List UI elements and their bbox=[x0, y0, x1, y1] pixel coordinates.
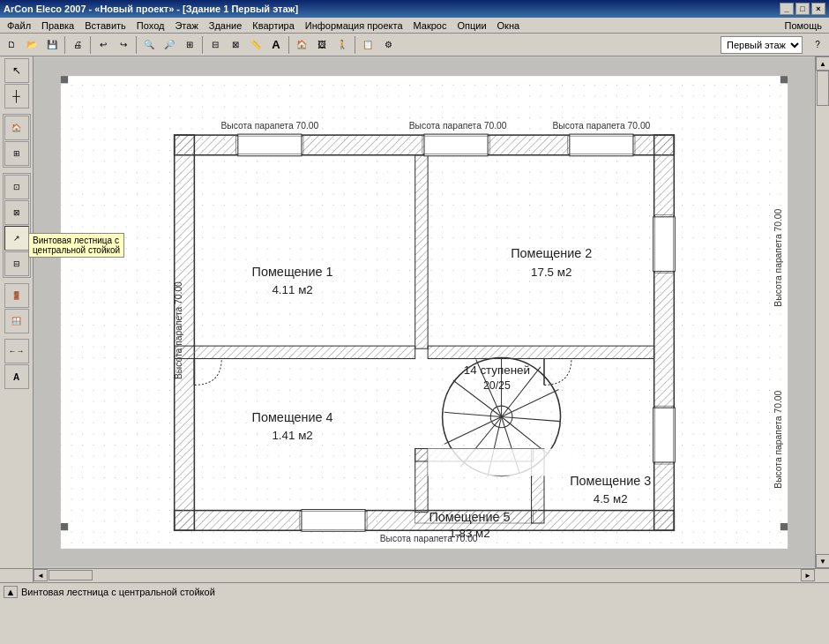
svg-rect-18 bbox=[424, 134, 488, 156]
new-button[interactable]: 🗋 bbox=[2, 35, 21, 55]
room2-name: Помещение 2 bbox=[511, 246, 592, 260]
vertical-scrollbar: ▲ ▼ bbox=[815, 56, 829, 568]
separator1 bbox=[64, 36, 65, 54]
title-bar: ArCon Eleco 2007 - «Новый проект» - [Зда… bbox=[0, 0, 829, 18]
view3d-button[interactable]: 🏠 bbox=[292, 35, 311, 55]
dim-top1: Высота парапета 70.00 bbox=[220, 121, 318, 131]
menu-apartment[interactable]: Квартира bbox=[247, 19, 300, 32]
room4-area: 1.41 м2 bbox=[272, 429, 312, 442]
room-tool2[interactable]: ⊞ bbox=[4, 141, 29, 166]
separator5 bbox=[288, 36, 289, 54]
dim-left: Высота парапета 70.00 bbox=[174, 281, 183, 379]
menu-file[interactable]: Файл bbox=[2, 19, 36, 32]
select-tool[interactable]: ↖ bbox=[4, 58, 29, 83]
room2-area: 17.5 м2 bbox=[531, 266, 571, 279]
svg-rect-9 bbox=[415, 155, 428, 348]
menu-help[interactable]: Помощь bbox=[780, 19, 828, 32]
save-button[interactable]: 💾 bbox=[42, 35, 62, 55]
svg-rect-10 bbox=[175, 346, 415, 358]
text-button[interactable]: A bbox=[266, 35, 286, 55]
scroll-down-button[interactable]: ▼ bbox=[816, 554, 829, 568]
menu-macro[interactable]: Макрос bbox=[408, 19, 452, 32]
svg-rect-26 bbox=[302, 510, 365, 532]
room-tool1[interactable]: 🏠 bbox=[4, 116, 29, 140]
menu-edit[interactable]: Правка bbox=[36, 19, 79, 32]
scroll-left-button[interactable]: ◄ bbox=[34, 569, 48, 581]
svg-rect-16 bbox=[238, 134, 302, 156]
svg-rect-44 bbox=[780, 76, 788, 83]
prop-button[interactable]: ⚙ bbox=[378, 35, 398, 55]
zoom-fit-button[interactable]: ⊞ bbox=[180, 35, 199, 55]
title-text: ArCon Eleco 2007 - «Новый проект» - [Зда… bbox=[4, 4, 780, 14]
left-toolbar: ↖ ┼ 🏠 ⊞ ⊡ ⊠ ↗ ⊟ 🚪 🪟 ←→ A Винтовая лестни… bbox=[0, 56, 34, 568]
menu-insert[interactable]: Вставить bbox=[79, 19, 131, 32]
undo-button[interactable]: ↩ bbox=[93, 35, 113, 55]
maximize-button[interactable]: □ bbox=[795, 3, 810, 15]
separator6 bbox=[355, 36, 355, 54]
stair-tool3[interactable]: ↗ bbox=[4, 226, 29, 251]
svg-rect-22 bbox=[653, 217, 676, 272]
dim-top3: Высота парапета 70.00 bbox=[552, 121, 650, 131]
zoom-in-button[interactable]: 🔍 bbox=[139, 35, 159, 55]
stair-tool1[interactable]: ⊡ bbox=[4, 175, 29, 199]
toolbar-row1: 🗋 📂 💾 🖨 ↩ ↪ 🔍 🔎 ⊞ ⊟ ⊠ 📏 A 🏠 🖼 🚶 📋 ⚙ Перв… bbox=[0, 34, 829, 56]
floor-selector[interactable]: Первый этаж bbox=[721, 36, 803, 54]
h-scrollbar-row: ◄ ► bbox=[0, 568, 829, 582]
canvas-area[interactable]: Высота парапета 70.00 Высота парапета 70… bbox=[34, 56, 815, 568]
print-button[interactable]: 🖨 bbox=[68, 35, 87, 55]
window-tool[interactable]: 🪟 bbox=[4, 309, 29, 333]
help-icon[interactable]: ? bbox=[808, 35, 827, 55]
minimize-button[interactable]: _ bbox=[780, 3, 794, 15]
dimension-tool[interactable]: ←→ bbox=[4, 339, 29, 363]
room4-name: Помещение 4 bbox=[252, 410, 333, 424]
snap-button[interactable]: ⊠ bbox=[226, 35, 245, 55]
stairs-sublabel: 20/25 bbox=[483, 379, 511, 392]
scroll-thumb[interactable] bbox=[817, 71, 829, 106]
scroll-up-button[interactable]: ▲ bbox=[816, 56, 829, 71]
menu-options[interactable]: Опции bbox=[452, 19, 491, 32]
close-button[interactable]: × bbox=[811, 3, 825, 15]
room1-name: Помещение 1 bbox=[252, 265, 333, 279]
menu-floor[interactable]: Этаж bbox=[169, 19, 203, 32]
door-tool[interactable]: 🚪 bbox=[4, 283, 29, 308]
dim-right1: Высота парапета 70.00 bbox=[773, 208, 783, 306]
stair-tools-group: ⊡ ⊠ ↗ ⊟ bbox=[3, 173, 31, 278]
menu-windows[interactable]: Окна bbox=[492, 19, 526, 32]
room5-name: Помещение 5 bbox=[429, 510, 511, 524]
svg-rect-42 bbox=[428, 449, 582, 476]
svg-rect-20 bbox=[570, 134, 633, 156]
grid-button[interactable]: ⊟ bbox=[205, 35, 225, 55]
corner-fill bbox=[815, 569, 829, 582]
h-scroll-thumb[interactable] bbox=[49, 570, 93, 580]
redo-button[interactable]: ↪ bbox=[114, 35, 133, 55]
svg-rect-46 bbox=[780, 523, 788, 530]
zoom-out-button[interactable]: 🔎 bbox=[160, 35, 179, 55]
title-buttons[interactable]: _ □ × bbox=[780, 3, 825, 15]
room5-area: 1.83 м2 bbox=[449, 527, 489, 540]
menu-view[interactable]: Поход bbox=[131, 19, 170, 32]
corner-pad bbox=[0, 569, 34, 582]
render-button[interactable]: 🖼 bbox=[312, 35, 332, 55]
measure-button[interactable]: 📏 bbox=[246, 35, 265, 55]
open-button[interactable]: 📂 bbox=[22, 35, 41, 55]
status-text: Винтовая лестница с центральной стойкой bbox=[21, 587, 215, 597]
room3-area: 4.5 м2 bbox=[594, 492, 628, 505]
menu-bar: Файл Правка Вставить Поход Этаж Здание К… bbox=[0, 18, 829, 34]
text-tool[interactable]: A bbox=[4, 364, 29, 389]
dim-right2: Высота парапета 70.00 bbox=[773, 391, 783, 489]
separator4 bbox=[202, 36, 203, 54]
status-icon[interactable]: ▲ bbox=[4, 586, 18, 598]
h-scroll-track[interactable] bbox=[48, 569, 801, 581]
menu-building[interactable]: Здание bbox=[204, 19, 248, 32]
walk-button[interactable]: 🚶 bbox=[332, 35, 352, 55]
layer-button[interactable]: 📋 bbox=[358, 35, 377, 55]
wall-tool[interactable]: ┼ bbox=[4, 84, 29, 109]
main-layout: ↖ ┼ 🏠 ⊞ ⊡ ⊠ ↗ ⊟ 🚪 🪟 ←→ A Винтовая лестни… bbox=[0, 56, 829, 568]
scroll-right-button[interactable]: ► bbox=[801, 569, 815, 581]
stair-tool4[interactable]: ⊟ bbox=[4, 251, 29, 276]
svg-rect-45 bbox=[61, 523, 68, 530]
menu-info[interactable]: Информация проекта bbox=[300, 19, 408, 32]
status-bar: ▲ Винтовая лестница с центральной стойко… bbox=[0, 582, 829, 600]
scroll-track[interactable] bbox=[816, 71, 829, 554]
stair-tool2[interactable]: ⊠ bbox=[4, 200, 29, 225]
